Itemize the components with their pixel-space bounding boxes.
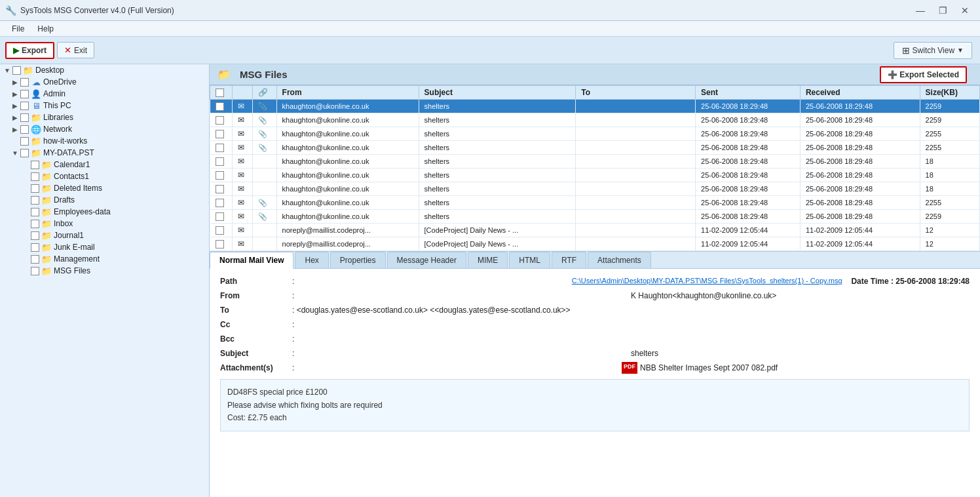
checkbox-inbox[interactable] bbox=[31, 220, 39, 228]
attachment-filename[interactable]: NBB Shelter Images Sept 2007 082.pdf bbox=[640, 362, 970, 374]
expand-my-data-pst[interactable]: ▼ bbox=[10, 148, 20, 157]
checkbox-network[interactable] bbox=[20, 125, 29, 134]
row-checkbox-cell[interactable] bbox=[210, 155, 233, 169]
expand-desktop[interactable]: ▼ bbox=[3, 66, 12, 75]
checkbox-drafts[interactable] bbox=[31, 196, 39, 205]
checkbox-libraries[interactable] bbox=[20, 113, 29, 122]
row-checkbox-cell[interactable] bbox=[210, 224, 233, 237]
expand-junk-email[interactable] bbox=[21, 243, 30, 252]
sidebar-item-thispc[interactable]: ▶ 🖥 This PC bbox=[0, 100, 209, 111]
row-checkbox[interactable] bbox=[216, 130, 224, 138]
table-row[interactable]: ✉ 📎 khaughton@ukonline.co.uk shelters 25… bbox=[210, 210, 980, 224]
sidebar-item-junk-email[interactable]: 📁 Junk E-mail bbox=[0, 241, 209, 253]
col-sent[interactable]: Sent bbox=[696, 86, 801, 100]
minimize-button[interactable]: — bbox=[911, 3, 930, 18]
expand-employees-data[interactable] bbox=[21, 207, 30, 216]
table-row[interactable]: ✉ 📎 khaughton@ukonline.co.uk shelters 25… bbox=[210, 196, 980, 210]
sidebar-item-contacts1[interactable]: 📁 Contacts1 bbox=[0, 170, 209, 182]
row-checkbox-cell[interactable] bbox=[210, 196, 233, 210]
sidebar-item-desktop[interactable]: ▼ 📁 Desktop bbox=[0, 64, 209, 76]
tab-attachments[interactable]: Attachments bbox=[588, 252, 651, 268]
expand-calendar1[interactable] bbox=[21, 160, 30, 169]
row-checkbox-cell[interactable] bbox=[210, 182, 233, 196]
row-checkbox[interactable] bbox=[216, 171, 224, 180]
row-checkbox[interactable] bbox=[216, 212, 224, 221]
expand-drafts[interactable] bbox=[21, 195, 30, 205]
row-checkbox[interactable] bbox=[216, 226, 224, 235]
row-checkbox[interactable] bbox=[216, 185, 224, 193]
table-row[interactable]: ✉ khaughton@ukonline.co.uk shelters 25-0… bbox=[210, 182, 980, 196]
switch-view-button[interactable]: ⊞ Switch View ▼ bbox=[894, 42, 972, 59]
table-row[interactable]: ✉ noreply@maillist.codeproj... [CodeProj… bbox=[210, 224, 980, 237]
sidebar-item-drafts[interactable]: 📁 Drafts bbox=[0, 194, 209, 206]
table-row[interactable]: ✉ 📎 khaughton@ukonline.co.uk shelters 25… bbox=[210, 100, 980, 113]
checkbox-contacts1[interactable] bbox=[31, 172, 39, 181]
checkbox-admin[interactable] bbox=[20, 90, 29, 98]
col-from[interactable]: From bbox=[276, 86, 419, 100]
row-checkbox[interactable] bbox=[216, 102, 224, 111]
row-checkbox-cell[interactable] bbox=[210, 210, 233, 224]
tab-message-header[interactable]: Message Header bbox=[387, 252, 466, 268]
expand-how-it-works[interactable] bbox=[10, 136, 20, 146]
expand-contacts1[interactable] bbox=[21, 172, 30, 181]
table-row[interactable]: ✉ 📎 khaughton@ukonline.co.uk shelters 25… bbox=[210, 113, 980, 127]
checkbox-thispc[interactable] bbox=[20, 102, 29, 110]
sidebar-item-employees-data[interactable]: 📁 Employees-data bbox=[0, 206, 209, 218]
row-checkbox[interactable] bbox=[216, 157, 224, 166]
checkbox-how-it-works[interactable] bbox=[20, 137, 29, 146]
expand-journal1[interactable] bbox=[21, 231, 30, 240]
sidebar-item-deleted-items[interactable]: 📁 Deleted Items bbox=[0, 182, 209, 194]
header-checkbox[interactable] bbox=[216, 89, 224, 97]
row-checkbox[interactable] bbox=[216, 199, 224, 207]
expand-deleted-items[interactable] bbox=[21, 184, 30, 193]
sidebar-item-how-it-works[interactable]: 📁 how-it-works bbox=[0, 135, 209, 147]
checkbox-junk-email[interactable] bbox=[31, 243, 39, 252]
checkbox-employees-data[interactable] bbox=[31, 208, 39, 216]
expand-admin[interactable]: ▶ bbox=[10, 89, 20, 98]
tab-hex[interactable]: Hex bbox=[295, 252, 328, 268]
expand-msg-files[interactable] bbox=[21, 266, 30, 275]
checkbox-management[interactable] bbox=[31, 255, 39, 264]
row-checkbox[interactable] bbox=[216, 116, 224, 125]
sidebar-item-inbox[interactable]: 📁 Inbox bbox=[0, 218, 209, 229]
table-row[interactable]: ✉ khaughton@ukonline.co.uk shelters 25-0… bbox=[210, 169, 980, 182]
checkbox-msg-files[interactable] bbox=[31, 267, 39, 275]
sidebar-item-calendar1[interactable]: 📁 Calendar1 bbox=[0, 159, 209, 170]
row-checkbox[interactable] bbox=[216, 144, 224, 152]
menu-help[interactable]: Help bbox=[31, 23, 60, 35]
sidebar-item-network[interactable]: ▶ 🌐 Network bbox=[0, 123, 209, 135]
table-row[interactable]: ✉ 📎 khaughton@ukonline.co.uk shelters 25… bbox=[210, 141, 980, 155]
close-button[interactable]: ✕ bbox=[955, 3, 975, 18]
sidebar-item-management[interactable]: 📁 Management bbox=[0, 253, 209, 265]
tab-normal-mail-view[interactable]: Normal Mail View bbox=[210, 252, 293, 269]
table-row[interactable]: ✉ khaughton@ukonline.co.uk shelters 25-0… bbox=[210, 155, 980, 169]
expand-management[interactable] bbox=[21, 254, 30, 264]
row-checkbox[interactable] bbox=[216, 240, 224, 248]
col-subject[interactable]: Subject bbox=[419, 86, 576, 100]
sidebar-item-msg-files[interactable]: 📁 MSG Files bbox=[0, 265, 209, 277]
checkbox-deleted-items[interactable] bbox=[31, 184, 39, 193]
row-checkbox-cell[interactable] bbox=[210, 127, 233, 141]
row-checkbox-cell[interactable] bbox=[210, 141, 233, 155]
sidebar-item-admin[interactable]: ▶ 👤 Admin bbox=[0, 88, 209, 100]
menu-file[interactable]: File bbox=[5, 23, 31, 35]
table-row[interactable]: ✉ 📎 khaughton@ukonline.co.uk shelters 25… bbox=[210, 127, 980, 141]
expand-thispc[interactable]: ▶ bbox=[10, 101, 20, 110]
checkbox-onedrive[interactable] bbox=[20, 78, 29, 87]
tab-rtf[interactable]: RTF bbox=[552, 252, 586, 268]
checkbox-calendar1[interactable] bbox=[31, 161, 39, 169]
checkbox-my-data-pst[interactable] bbox=[20, 149, 29, 157]
tab-properties[interactable]: Properties bbox=[330, 252, 386, 268]
col-size[interactable]: Size(KB) bbox=[920, 86, 979, 100]
expand-inbox[interactable] bbox=[21, 219, 30, 228]
expand-onedrive[interactable]: ▶ bbox=[10, 77, 20, 87]
maximize-button[interactable]: ❐ bbox=[933, 3, 952, 18]
checkbox-journal1[interactable] bbox=[31, 231, 39, 240]
row-checkbox-cell[interactable] bbox=[210, 100, 233, 113]
col-to[interactable]: To bbox=[576, 86, 696, 100]
sidebar-item-onedrive[interactable]: ▶ ☁ OneDrive bbox=[0, 76, 209, 88]
sidebar-item-journal1[interactable]: 📁 Journal1 bbox=[0, 229, 209, 241]
expand-libraries[interactable]: ▶ bbox=[10, 113, 20, 122]
row-checkbox-cell[interactable] bbox=[210, 169, 233, 182]
row-checkbox-cell[interactable] bbox=[210, 237, 233, 251]
